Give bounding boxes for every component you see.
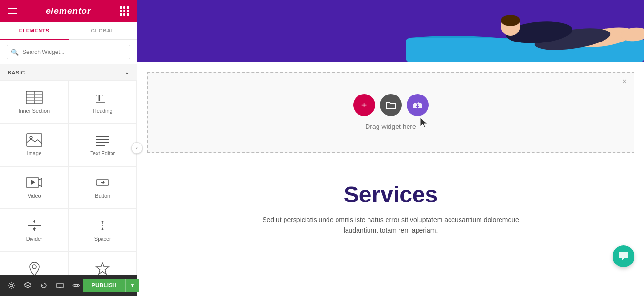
svg-point-28 bbox=[32, 265, 36, 269]
image-label: Image bbox=[27, 150, 41, 156]
widget-divider[interactable]: Divider bbox=[0, 209, 69, 251]
drag-zone-buttons: + bbox=[353, 94, 429, 116]
search-icon: 🔍 bbox=[11, 49, 19, 56]
add-widget-button[interactable]: + bbox=[353, 94, 375, 116]
divider-icon bbox=[26, 219, 42, 232]
widget-spacer[interactable]: Spacer bbox=[69, 209, 137, 251]
widget-button[interactable]: Button bbox=[69, 166, 137, 209]
section-header-basic: BASIC ⌄ bbox=[0, 64, 137, 81]
widget-text-editor[interactable]: Text Editor bbox=[69, 123, 137, 166]
svg-point-41 bbox=[501, 15, 520, 26]
video-label: Video bbox=[28, 193, 41, 199]
search-bar: 🔍 bbox=[0, 40, 137, 64]
svg-rect-32 bbox=[57, 283, 63, 288]
video-icon bbox=[26, 176, 42, 189]
inner-section-label: Inner Section bbox=[19, 108, 50, 114]
layers-icon[interactable] bbox=[21, 279, 34, 292]
sidebar-tabs: ELEMENTS GLOBAL bbox=[0, 22, 137, 40]
widget-video[interactable]: Video bbox=[0, 166, 69, 209]
responsive-icon[interactable] bbox=[53, 279, 67, 292]
sidebar-header: elementor bbox=[0, 0, 137, 22]
folder-button[interactable] bbox=[380, 94, 402, 116]
cloud-button[interactable] bbox=[407, 94, 429, 116]
collapse-panel-arrow[interactable]: ‹ bbox=[131, 142, 143, 154]
widget-inner-section[interactable]: Inner Section bbox=[0, 81, 69, 123]
hero-illustration bbox=[406, 0, 644, 62]
svg-marker-17 bbox=[31, 180, 35, 185]
services-section: Services Sed ut perspiciatis unde omnis … bbox=[137, 162, 644, 245]
spacer-label: Spacer bbox=[94, 236, 111, 242]
image-icon bbox=[26, 133, 42, 147]
history-icon[interactable] bbox=[37, 279, 51, 292]
canvas-inner: × + Drag widget here bbox=[137, 0, 644, 296]
button-label: Button bbox=[95, 193, 110, 199]
svg-marker-25 bbox=[101, 221, 104, 223]
search-input[interactable] bbox=[7, 45, 130, 59]
svg-text:T: T bbox=[96, 92, 103, 104]
svg-marker-24 bbox=[33, 228, 36, 231]
tab-global[interactable]: GLOBAL bbox=[69, 22, 137, 39]
widgets-grid: Inner Section T Heading Image bbox=[0, 81, 137, 296]
main-canvas: × + Drag widget here bbox=[137, 0, 644, 296]
drag-zone: × + Drag widget here bbox=[147, 72, 634, 153]
svg-point-34 bbox=[75, 285, 78, 287]
elementor-logo: elementor bbox=[46, 6, 91, 16]
drag-zone-close-button[interactable]: × bbox=[619, 76, 630, 87]
svg-point-30 bbox=[10, 284, 13, 287]
publish-dropdown-button[interactable]: ▼ bbox=[125, 279, 139, 292]
widget-heading[interactable]: T Heading bbox=[69, 81, 137, 123]
google-maps-icon bbox=[28, 261, 41, 276]
sidebar: elementor ELEMENTS GLOBAL 🔍 BASIC ⌄ bbox=[0, 0, 137, 296]
settings-icon[interactable] bbox=[5, 279, 18, 292]
chat-bubble-button[interactable] bbox=[613, 245, 634, 267]
button-icon bbox=[94, 176, 111, 189]
publish-button-group: PUBLISH ▼ bbox=[83, 279, 139, 292]
view-icon[interactable] bbox=[70, 279, 83, 292]
hero-section bbox=[137, 0, 644, 62]
bottom-toolbar: PUBLISH ▼ bbox=[0, 275, 137, 296]
svg-rect-10 bbox=[27, 134, 42, 146]
divider-label: Divider bbox=[26, 236, 42, 242]
heading-icon: T bbox=[95, 91, 110, 104]
svg-marker-26 bbox=[101, 227, 104, 230]
section-label: BASIC bbox=[8, 70, 25, 75]
text-editor-label: Text Editor bbox=[90, 150, 115, 156]
widget-image[interactable]: Image bbox=[0, 123, 69, 166]
hamburger-menu[interactable] bbox=[8, 8, 17, 14]
heading-label: Heading bbox=[93, 108, 112, 114]
grid-icon[interactable] bbox=[120, 6, 129, 16]
spacer-icon bbox=[94, 219, 111, 232]
publish-button[interactable]: PUBLISH bbox=[83, 279, 125, 292]
text-editor-icon bbox=[94, 133, 111, 147]
svg-marker-31 bbox=[24, 282, 31, 286]
icon-widget-icon bbox=[95, 262, 110, 276]
services-title: Services bbox=[147, 181, 634, 208]
tab-elements[interactable]: ELEMENTS bbox=[0, 22, 69, 40]
toolbar-icons bbox=[5, 279, 83, 292]
drag-widget-text: Drag widget here bbox=[365, 123, 416, 130]
chevron-down-icon: ⌄ bbox=[125, 69, 130, 75]
svg-marker-23 bbox=[33, 220, 36, 222]
svg-marker-29 bbox=[96, 263, 109, 274]
cursor-icon bbox=[419, 117, 429, 128]
services-description: Sed ut perspiciatis unde omnis iste natu… bbox=[262, 214, 520, 236]
inner-section-icon bbox=[26, 91, 43, 104]
